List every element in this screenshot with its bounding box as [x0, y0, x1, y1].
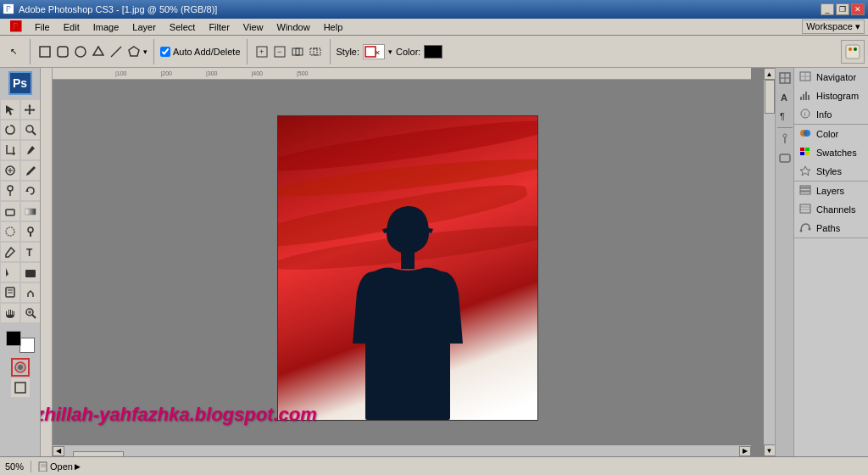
shape-line-btn[interactable] [108, 43, 125, 60]
brush-tool[interactable] [21, 161, 40, 180]
menu-filter[interactable]: Filter [202, 19, 236, 35]
path-subtract-btn[interactable]: − [271, 43, 288, 60]
stamp-tool[interactable] [1, 182, 19, 200]
path-intersect-btn[interactable] [289, 43, 306, 60]
color-swatch[interactable] [424, 45, 442, 59]
toolbar-sep-2 [153, 39, 154, 64]
scroll-up-btn[interactable]: ▲ [764, 68, 776, 80]
shape-rect-btn[interactable] [36, 43, 53, 60]
panel-item-info[interactable]: i Info [794, 105, 868, 124]
progress-arrow[interactable]: ▶ [75, 462, 81, 471]
notes-tool[interactable] [1, 283, 19, 302]
scroll-thumb-v[interactable] [765, 80, 775, 114]
style-dropdown-btn[interactable]: ▾ [388, 48, 392, 56]
menu-adobe[interactable]: 🅿 [3, 19, 28, 35]
blur-tool[interactable] [1, 222, 19, 241]
type-tool[interactable]: T [21, 243, 40, 261]
menu-file[interactable]: File [28, 19, 57, 35]
menu-view[interactable]: View [236, 19, 270, 35]
shape-polygon-btn[interactable] [90, 43, 107, 60]
panel-icon-adjust[interactable] [776, 130, 793, 147]
pen-tool[interactable] [1, 243, 19, 261]
panel-item-paths[interactable]: Paths [794, 219, 868, 238]
panel-item-layers[interactable]: Layers [794, 182, 868, 200]
eraser-tool[interactable] [1, 202, 19, 221]
panel-item-histogram[interactable]: Histogram [794, 87, 868, 105]
panel-item-styles[interactable]: Styles [794, 162, 868, 181]
menu-select[interactable]: Select [163, 19, 203, 35]
crop-tool[interactable] [1, 141, 19, 159]
shape-tool[interactable] [21, 263, 40, 282]
scroll-right-btn[interactable]: ▶ [739, 446, 751, 456]
shape-custom-btn[interactable] [125, 43, 142, 60]
scrollbar-horizontal[interactable]: ◀ ▶ [53, 444, 751, 456]
shape-dropdown-arrow[interactable]: ▾ [143, 48, 147, 56]
panel-icon-nav[interactable] [776, 70, 793, 87]
panel-item-navigator[interactable]: Navigator [794, 68, 868, 87]
zoom-level: 50% [5, 461, 24, 472]
panel-icon-strip: A ¶ [776, 68, 794, 456]
menu-window[interactable]: Window [270, 19, 317, 35]
history-tool[interactable] [21, 182, 40, 200]
restore-btn[interactable]: ❐ [836, 3, 849, 15]
scroll-left-btn[interactable]: ◀ [53, 446, 64, 456]
menu-image[interactable]: Image [86, 19, 126, 35]
shape-rounded-btn[interactable] [54, 43, 71, 60]
menu-bar: 🅿 File Edit Image Layer Select Filter Vi… [0, 19, 868, 36]
hand-tool[interactable] [1, 304, 19, 322]
panel-icon-mask[interactable] [776, 148, 793, 165]
path-exclude-btn[interactable] [307, 43, 324, 60]
move-tool[interactable] [21, 100, 40, 119]
panel-item-channels[interactable]: Channels [794, 200, 868, 219]
quick-select-tool[interactable] [21, 120, 40, 139]
scroll-thumb-h[interactable] [73, 451, 124, 457]
background-color-chip[interactable] [19, 338, 35, 353]
palette-btn[interactable] [841, 40, 865, 64]
menu-help[interactable]: Help [317, 19, 350, 35]
menu-edit[interactable]: Edit [57, 19, 86, 35]
svg-rect-50 [780, 154, 790, 162]
selection-tool[interactable] [1, 100, 19, 119]
svg-rect-75 [39, 462, 47, 472]
auto-add-delete-checkbox[interactable] [160, 47, 170, 57]
workspace-button[interactable]: Workspace ▾ [802, 20, 865, 34]
close-btn[interactable]: ✕ [851, 3, 865, 15]
quick-mask-btn[interactable] [11, 358, 30, 377]
svg-rect-69 [800, 186, 810, 187]
scrollbar-vertical: ▲ ▼ [763, 68, 775, 456]
screen-mode-btn[interactable] [11, 378, 30, 397]
layers-icon [799, 185, 811, 197]
eyedropper-tool[interactable] [21, 141, 40, 159]
svg-point-74 [809, 228, 811, 231]
zoom-tool[interactable] [21, 304, 40, 322]
foreground-color-chip[interactable] [6, 331, 21, 346]
gradient-tool[interactable] [21, 202, 40, 221]
svg-line-35 [32, 315, 36, 318]
toolbar-sep-3 [247, 39, 248, 64]
menu-layer[interactable]: Layer [125, 19, 163, 35]
lasso-tool[interactable] [1, 120, 19, 139]
panel-item-swatches[interactable]: Swatches [794, 143, 868, 162]
heal-tool[interactable] [1, 161, 19, 180]
path-add-btn[interactable]: + [253, 43, 270, 60]
scroll-down-btn[interactable]: ▼ [764, 444, 776, 456]
panel-icon-text[interactable]: A [776, 88, 793, 105]
minimize-btn[interactable]: _ [821, 3, 834, 15]
auto-add-delete-group: Auto Add/Delete [160, 47, 241, 57]
right-panel: A ¶ [775, 68, 868, 456]
path-select-tool[interactable] [1, 263, 19, 282]
dodge-tool[interactable] [21, 222, 40, 241]
panel-item-color[interactable]: Color [794, 125, 868, 143]
eyedropper2-tool[interactable] [21, 283, 40, 302]
svg-rect-55 [803, 94, 804, 100]
svg-rect-25 [25, 209, 36, 215]
panel-group-1: Navigator Histogram i Info [794, 68, 868, 125]
panel-icon-para[interactable]: ¶ [776, 107, 793, 124]
svg-rect-56 [805, 92, 807, 100]
options-toolbar: ↖ ▾ Auto Add/Delete + [0, 36, 868, 68]
style-preview[interactable]: ✕ [363, 44, 385, 59]
svg-point-18 [26, 126, 33, 132]
shape-ellipse-btn[interactable] [72, 43, 89, 60]
svg-point-27 [28, 227, 33, 232]
channels-label: Channels [816, 204, 855, 215]
